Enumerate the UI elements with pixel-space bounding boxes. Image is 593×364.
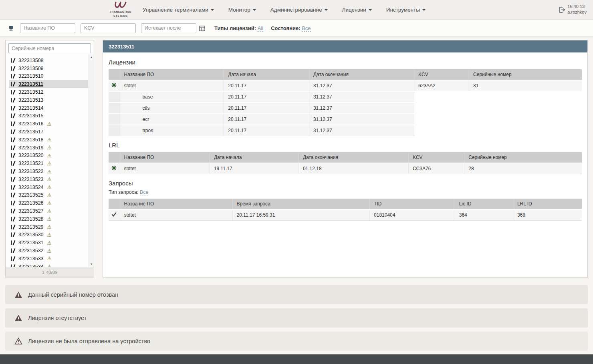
- logo-w-icon: [114, 2, 127, 10]
- serial-list-item[interactable]: 322313508: [9, 56, 88, 64]
- serial-list-item[interactable]: 322313530 ⚠: [9, 231, 88, 239]
- serial-list-item[interactable]: 322313521 ⚠: [9, 159, 88, 167]
- serial-list-item[interactable]: 322313529 ⚠: [9, 223, 88, 231]
- serials-search-input[interactable]: [8, 43, 91, 53]
- serial-list-item[interactable]: 322313512: [9, 88, 88, 96]
- license-active-icon: [111, 83, 117, 89]
- warning-filled-triangle-icon: [14, 291, 22, 298]
- serial-list-item[interactable]: 322313533 ⚠: [9, 255, 88, 263]
- detail-panel: 322313511 Лицензии Название ПОДата начал…: [103, 40, 588, 278]
- serial-list-item[interactable]: 322313527 ⚠: [9, 207, 88, 215]
- scroll-up-icon[interactable]: ▴: [91, 55, 92, 59]
- license-types-value[interactable]: All: [258, 25, 263, 32]
- serial-list-item[interactable]: 322313534 ⚠: [9, 263, 88, 267]
- terminal-device-icon: [10, 169, 16, 174]
- request-lrl-id: 368: [513, 209, 582, 221]
- terminal-device-icon: [10, 185, 16, 190]
- request-type-value[interactable]: Все: [140, 189, 149, 195]
- icon-column-header: [109, 152, 120, 163]
- terminal-device-icon: [10, 66, 16, 71]
- icon-column-header: [109, 69, 120, 80]
- app-logo[interactable]: TRANSACTION SYSTEMS: [107, 2, 134, 17]
- terminal-device-icon: [10, 73, 16, 79]
- serial-list-item[interactable]: 322313523 ⚠: [9, 175, 88, 183]
- list-scrollbar[interactable]: ▴ ▾: [89, 54, 94, 267]
- column-header: TID: [370, 199, 455, 209]
- legend-text: Лицензия не была отправлена на устройств…: [28, 338, 150, 344]
- terminal-device-icon: [10, 137, 16, 143]
- serial-list-item[interactable]: 322313524 ⚠: [9, 183, 88, 191]
- serial-number: 322313519: [18, 145, 44, 151]
- terminal-device-icon: [10, 264, 16, 267]
- requests-table-header: Название ПОВремя запросаTIDLic IDLRL ID: [109, 199, 582, 209]
- serial-list-item[interactable]: 322313532 ⚠: [9, 247, 88, 255]
- serials-sidebar: 322313508 322313509 322313510 322313511 …: [5, 40, 94, 278]
- serial-list-item[interactable]: 322313516 ⚠: [9, 120, 88, 128]
- kcv-input[interactable]: [81, 23, 136, 33]
- requests-table-body: stdtet 20.11.17 16:59:31 01810404 364 36…: [109, 209, 582, 221]
- nav-menu-item[interactable]: Управление терминалами: [143, 7, 214, 13]
- serial-list-item[interactable]: 322313518 ⚠: [9, 136, 88, 144]
- component-end-date: 31.12.37: [309, 114, 414, 125]
- serial-number: 322313511: [18, 81, 43, 87]
- request-name: stdtet: [120, 209, 232, 221]
- nav-menu-item[interactable]: Администрирование: [270, 7, 328, 13]
- serial-list-item[interactable]: 322313519 ⚠: [9, 144, 88, 152]
- serial-number: 322313534: [18, 264, 44, 267]
- column-header: Название ПО: [120, 69, 224, 80]
- license-row: stdtet 20.11.17 31.12.37 623AA2 31: [109, 80, 582, 91]
- serial-list-item[interactable]: 322313517: [9, 128, 88, 136]
- serial-number: 322313517: [18, 129, 44, 135]
- nav-menu-item[interactable]: Монитор: [228, 7, 256, 13]
- column-header: Дата окончания: [299, 152, 408, 163]
- requests-section-title: Запросы: [109, 180, 582, 187]
- licenses-table: Название ПОДата началаДата окончанияKCVС…: [109, 69, 582, 136]
- serial-list-item[interactable]: 322313515: [9, 112, 88, 120]
- username[interactable]: a.rozhkov: [567, 10, 587, 15]
- license-active-icon: [111, 166, 117, 172]
- serial-list-item[interactable]: 322313513: [9, 96, 88, 104]
- lrl-start-date: 19.11.17: [210, 163, 299, 174]
- expires-after-input[interactable]: [141, 23, 196, 33]
- component-start-date: 20.11.17: [224, 103, 309, 114]
- pagination[interactable]: 1-40/89: [6, 267, 94, 277]
- scroll-down-icon[interactable]: ▾: [91, 262, 92, 266]
- serial-list: 322313508 322313509 322313510 322313511 …: [6, 54, 94, 267]
- serial-number: 322313515: [18, 113, 44, 119]
- terminal-device-icon: [10, 145, 16, 151]
- warning-icon: ⚠: [47, 145, 52, 150]
- serial-number: 322313514: [18, 105, 44, 111]
- serial-list-item[interactable]: 322313525 ⚠: [9, 191, 88, 199]
- nav-menu-label: Лицензии: [342, 7, 366, 13]
- warning-icon: ⚠: [47, 232, 52, 237]
- warning-icon: ⚠: [47, 248, 52, 253]
- serial-list-item[interactable]: 322313520 ⚠: [9, 152, 88, 160]
- software-name-input[interactable]: [20, 23, 75, 33]
- serial-number: 322313518: [18, 137, 44, 143]
- component-start-date: 20.11.17: [224, 125, 309, 136]
- serial-number: 322313508: [18, 58, 44, 63]
- serial-number: 322313525: [18, 192, 44, 198]
- state-value[interactable]: Все: [302, 25, 311, 32]
- serial-list-item[interactable]: 322313528 ⚠: [9, 215, 88, 223]
- serial-list-item[interactable]: 322313522 ⚠: [9, 167, 88, 175]
- serial-number: 322313527: [18, 208, 44, 214]
- serial-list-item[interactable]: 322313509: [9, 64, 88, 72]
- calendar-icon[interactable]: [199, 25, 205, 31]
- serial-list-item[interactable]: 322313526 ⚠: [9, 199, 88, 207]
- request-time: 20.11.17 16:59:31: [232, 209, 369, 221]
- column-header: Дата начала: [224, 69, 309, 80]
- serial-list-item[interactable]: 322313531 ⚠: [9, 239, 88, 247]
- nav-menu-item[interactable]: Инструменты: [386, 7, 426, 13]
- serial-list-item[interactable]: 322313510: [9, 72, 88, 80]
- license-end-date: 31.12.37: [309, 80, 414, 91]
- terminal-filter-icon[interactable]: [8, 25, 14, 31]
- logout-icon[interactable]: [559, 7, 565, 13]
- nav-menu-item[interactable]: Лицензии: [342, 7, 372, 13]
- licenses-section-title: Лицензии: [109, 59, 582, 66]
- serial-number: 322313513: [18, 97, 44, 103]
- lrl-name: stdtet: [120, 163, 210, 174]
- serial-list-item[interactable]: 322313514: [9, 104, 88, 112]
- serial-list-item[interactable]: 322313511: [9, 80, 88, 88]
- terminal-device-icon: [10, 192, 16, 198]
